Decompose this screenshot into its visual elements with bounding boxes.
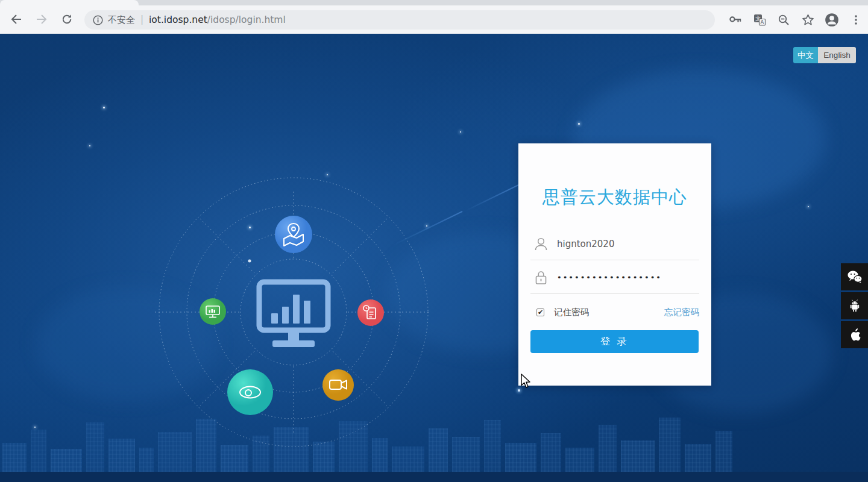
lock-icon: [534, 270, 549, 286]
remember-row: ✔ 记住密码 忘记密码: [530, 303, 699, 321]
android-button[interactable]: [841, 292, 868, 319]
url-path: /idosp/login.html: [207, 14, 286, 25]
forgot-password-link[interactable]: 忘记密码: [664, 307, 699, 318]
footer-bar: [0, 472, 868, 482]
device-monitor-icon: [200, 298, 226, 325]
username-input[interactable]: [557, 239, 699, 249]
translate-button[interactable]: 文A: [747, 10, 772, 30]
remember-label: 记住密码: [554, 307, 589, 318]
star-dot: [578, 123, 580, 125]
info-icon[interactable]: [93, 15, 103, 25]
android-icon: [848, 299, 862, 313]
apple-button[interactable]: [841, 321, 868, 348]
security-label: 不安全: [108, 14, 135, 26]
browser-tab-strip: [0, 0, 868, 5]
password-input[interactable]: [557, 273, 699, 282]
back-arrow-icon: [11, 14, 22, 24]
lang-english-button[interactable]: English: [818, 47, 856, 63]
page-title: 思普云大数据中心: [518, 186, 711, 210]
login-page: 中文 English 思普云大数据中心 ✔ 记住密码 忘记密码 登 录: [0, 34, 868, 482]
checkmark-icon: ✔: [538, 309, 543, 316]
browser-chrome: 不安全 | iot.idosp.net/idosp/login.html 文A: [0, 0, 868, 34]
star-icon: [802, 14, 814, 26]
svg-text:A: A: [761, 19, 764, 25]
key-icon: [729, 14, 742, 25]
wechat-icon: [847, 270, 863, 284]
translate-icon: 文A: [753, 14, 766, 26]
map-location-icon: [275, 216, 312, 253]
profile-button[interactable]: [820, 10, 844, 30]
video-camera-icon: [322, 369, 354, 401]
login-card: 思普云大数据中心 ✔ 记住密码 忘记密码 登 录: [518, 143, 711, 386]
kebab-menu-icon: [851, 14, 861, 26]
browser-active-tab[interactable]: [0, 0, 139, 5]
report-document-icon: [357, 299, 384, 326]
wechat-button[interactable]: [841, 263, 868, 290]
lang-chinese-button[interactable]: 中文: [793, 47, 818, 63]
language-toggle: 中文 English: [793, 47, 856, 63]
browser-toolbar: 不安全 | iot.idosp.net/idosp/login.html 文A: [0, 5, 868, 33]
star-dot: [460, 131, 461, 133]
bookmark-button[interactable]: [796, 10, 820, 30]
menu-button[interactable]: [844, 10, 868, 30]
username-field-row: [530, 228, 699, 260]
reload-button[interactable]: [57, 9, 77, 30]
url-separator: |: [140, 14, 143, 25]
dashboard-monitor-icon: [259, 282, 328, 347]
star-dot: [89, 145, 90, 146]
iot-ring-graphic: [143, 161, 444, 463]
url-host: iot.idosp.net: [149, 14, 207, 25]
orbit-dot: [248, 260, 251, 263]
reload-icon: [61, 14, 72, 25]
star-dot: [103, 107, 105, 108]
address-bar[interactable]: 不安全 | iot.idosp.net/idosp/login.html: [84, 10, 715, 30]
card-corner-dot: [518, 389, 520, 392]
zoom-out-icon: [778, 14, 790, 26]
avatar-icon: [824, 12, 840, 28]
remember-checkbox[interactable]: ✔: [536, 308, 544, 316]
forward-button[interactable]: [31, 9, 52, 30]
apple-icon: [848, 328, 861, 342]
star-dot: [808, 206, 809, 207]
back-button[interactable]: [6, 9, 27, 30]
saved-password-button[interactable]: [723, 10, 747, 30]
password-field-row: [530, 261, 699, 294]
user-icon: [534, 237, 549, 251]
forward-arrow-icon: [36, 14, 47, 24]
mouse-cursor: [520, 374, 532, 389]
zoom-button[interactable]: [772, 10, 796, 30]
login-button[interactable]: 登 录: [530, 330, 699, 353]
eye-surveillance-icon: [227, 369, 273, 415]
social-rail: [841, 263, 868, 350]
